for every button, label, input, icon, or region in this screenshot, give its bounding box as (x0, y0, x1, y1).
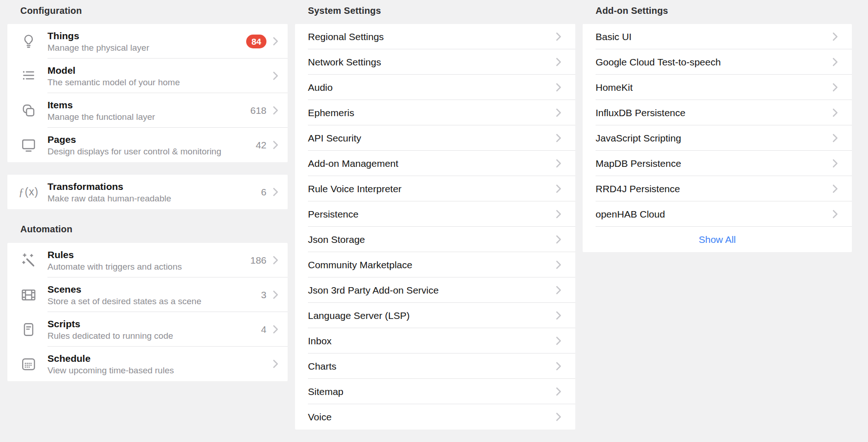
addon-setting-row-6[interactable]: RRD4J Persistence (583, 176, 852, 201)
row-label: MapDB Persistence (596, 158, 681, 169)
chevron-right-icon (556, 184, 561, 193)
addon-setting-row-1[interactable]: Google Cloud Test-to-speech (583, 49, 852, 75)
row-label: Google Cloud Test-to-speech (596, 57, 721, 68)
config-item-items[interactable]: Items Manage the functional layer 618 (7, 93, 288, 128)
system-setting-row-11[interactable]: Language Server (LSP) (295, 303, 575, 328)
chevron-right-icon (556, 159, 561, 168)
row-label: Json 3rd Party Add-on Service (308, 285, 439, 296)
chevron-right-icon (556, 362, 561, 371)
item-count: 186 (250, 255, 266, 266)
item-label: Scenes (47, 283, 261, 295)
row-label: Language Server (LSP) (308, 310, 410, 321)
item-desc: Manage the functional layer (47, 111, 250, 123)
automation-item-scripts[interactable]: Scripts Rules dedicated to running code … (7, 312, 288, 347)
addon-setting-row-4[interactable]: JavaScript Scripting (583, 125, 852, 151)
chevron-right-icon (556, 210, 561, 218)
system-setting-row-5[interactable]: Add-on Management (295, 151, 575, 176)
rules-wand-icon (20, 252, 37, 269)
chevron-right-icon (273, 37, 278, 46)
chevron-right-icon (556, 311, 561, 320)
item-count: 4 (261, 324, 266, 335)
transformations-card: ƒ(x) Transformations Make raw data human… (7, 175, 288, 209)
row-label: Basic UI (596, 31, 632, 42)
chevron-right-icon (273, 71, 278, 80)
item-desc: Store a set of desired states as a scene (47, 295, 261, 307)
automation-item-rules[interactable]: Rules Automate with triggers and actions… (7, 243, 288, 277)
addon-setting-row-2[interactable]: HomeKit (583, 75, 852, 100)
system-setting-row-6[interactable]: Rule Voice Interpreter (295, 176, 575, 201)
config-item-transformations[interactable]: ƒ(x) Transformations Make raw data human… (7, 175, 288, 209)
chevron-right-icon (556, 83, 561, 92)
chevron-right-icon (273, 256, 278, 265)
item-label: Model (47, 64, 273, 77)
chevron-right-icon (556, 58, 561, 66)
item-label: Rules (47, 248, 250, 261)
row-label: openHAB Cloud (596, 209, 665, 220)
row-label: Add-on Management (308, 158, 398, 169)
schedule-calendar-icon (20, 356, 37, 372)
system-setting-row-14[interactable]: Sitemap (295, 379, 575, 404)
automation-item-schedule[interactable]: Schedule View upcoming time-based rules (7, 347, 288, 381)
system-setting-row-0[interactable]: Regional Settings (295, 24, 575, 49)
addon-setting-row-0[interactable]: Basic UI (583, 24, 852, 49)
chevron-right-icon (556, 413, 561, 421)
config-item-model[interactable]: Model The semantic model of your home (7, 59, 288, 93)
automation-card: Rules Automate with triggers and actions… (7, 243, 288, 381)
chevron-right-icon (833, 134, 838, 142)
system-settings-column: System Settings Regional Settings Networ… (295, 0, 575, 430)
system-settings-header: System Settings (308, 6, 575, 16)
row-label: HomeKit (596, 82, 633, 93)
chevron-right-icon (556, 32, 561, 41)
chevron-right-icon (273, 290, 278, 299)
addon-setting-row-7[interactable]: openHAB Cloud (583, 201, 852, 227)
item-label: Transformations (47, 180, 261, 193)
configuration-column: Configuration Things Manage the physical… (7, 0, 288, 381)
row-label: InfluxDB Persistence (596, 107, 685, 118)
item-count: 42 (256, 140, 266, 151)
config-item-pages[interactable]: Pages Design displays for user control &… (7, 128, 288, 162)
row-label: Charts (308, 361, 337, 372)
things-badge: 84 (246, 35, 266, 48)
addon-setting-row-5[interactable]: MapDB Persistence (583, 151, 852, 176)
chevron-right-icon (273, 106, 278, 115)
item-count: 6 (261, 187, 266, 198)
automation-item-scenes[interactable]: Scenes Store a set of desired states as … (7, 277, 288, 312)
system-setting-row-15[interactable]: Voice (295, 404, 575, 430)
system-setting-row-1[interactable]: Network Settings (295, 49, 575, 75)
chevron-right-icon (556, 387, 561, 396)
item-desc: Make raw data human-readable (47, 193, 261, 204)
system-setting-row-4[interactable]: API Security (295, 125, 575, 151)
row-label: API Security (308, 133, 361, 144)
chevron-right-icon (833, 83, 838, 92)
config-item-things[interactable]: Things Manage the physical layer 84 (7, 24, 288, 59)
system-setting-row-3[interactable]: Ephemeris (295, 100, 575, 125)
system-setting-row-7[interactable]: Persistence (295, 201, 575, 227)
chevron-right-icon (833, 108, 838, 117)
system-setting-row-8[interactable]: Json Storage (295, 227, 575, 252)
row-label: Json Storage (308, 234, 365, 245)
chevron-right-icon (273, 325, 278, 334)
row-label: Voice (308, 412, 331, 423)
scenes-film-icon (20, 287, 37, 303)
chevron-right-icon (556, 108, 561, 117)
system-setting-row-9[interactable]: Community Marketplace (295, 252, 575, 277)
chevron-right-icon (833, 32, 838, 41)
chevron-right-icon (833, 58, 838, 66)
system-setting-row-2[interactable]: Audio (295, 75, 575, 100)
addon-settings-column: Add-on Settings Basic UI Google Cloud Te… (583, 0, 852, 252)
chevron-right-icon (273, 141, 278, 149)
addon-setting-row-3[interactable]: InfluxDB Persistence (583, 100, 852, 125)
system-setting-row-12[interactable]: Inbox (295, 328, 575, 354)
item-desc: Design displays for user control & monit… (47, 146, 256, 157)
chevron-right-icon (556, 336, 561, 345)
item-label: Items (47, 99, 250, 111)
item-desc: The semantic model of your home (47, 77, 273, 88)
divider (596, 226, 852, 227)
system-setting-row-10[interactable]: Json 3rd Party Add-on Service (295, 277, 575, 303)
chevron-right-icon (273, 359, 278, 368)
chevron-right-icon (556, 260, 561, 269)
item-label: Scripts (47, 318, 261, 330)
system-setting-row-13[interactable]: Charts (295, 354, 575, 379)
show-all-link[interactable]: Show All (583, 227, 852, 252)
chevron-right-icon (833, 210, 838, 218)
